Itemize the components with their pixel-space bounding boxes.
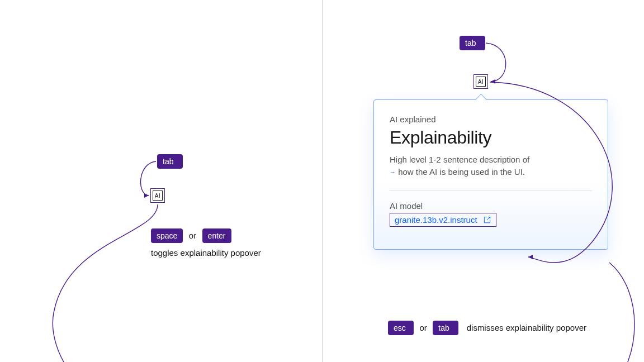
svg-marker-0 [144, 193, 149, 198]
diagram-stage: tab AI space or enter toggles explainabi… [0, 0, 644, 362]
explainability-popover: AI explained Explainability High level 1… [373, 99, 608, 250]
left-caption: toggles explainability popover [151, 248, 261, 258]
svg-marker-2 [528, 255, 533, 259]
vertical-divider [322, 0, 323, 362]
popover-description: High level 1-2 sentence description of →… [390, 154, 592, 178]
key-enter: enter [202, 228, 231, 243]
popover-desc-line2: how the AI is being used in the UI. [398, 167, 525, 177]
ai-model-name: granite.13b.v2.instruct [395, 215, 477, 225]
tiny-arrow-icon: → [390, 168, 396, 177]
key-tab-left: tab [157, 154, 183, 169]
key-tab-right-top: tab [460, 36, 485, 50]
ai-label-text-right: AI [476, 77, 486, 87]
ai-label-left[interactable]: AI [150, 188, 165, 203]
right-caption: dismisses explainability popover [467, 323, 586, 332]
ai-label-text-left: AI [153, 190, 163, 201]
key-space: space [151, 228, 183, 243]
key-tab-right-bottom: tab [433, 321, 458, 335]
left-key-row: space or enter [151, 228, 231, 243]
popover-sublabel: AI model [390, 201, 592, 211]
popover-title: Explainability [390, 127, 592, 148]
key-esc: esc [388, 321, 414, 335]
ai-label-right[interactable]: AI [473, 74, 488, 89]
external-link-icon [483, 216, 491, 224]
popover-desc-line1: High level 1-2 sentence description of [390, 155, 529, 164]
or-text-left: or [189, 231, 196, 240]
popover-divider [390, 190, 592, 191]
right-key-row: esc or tab dismisses explainability popo… [388, 321, 586, 335]
ai-model-link[interactable]: granite.13b.v2.instruct [390, 213, 496, 227]
popover-kicker: AI explained [390, 115, 592, 124]
or-text-right: or [419, 323, 427, 332]
svg-marker-1 [491, 79, 495, 84]
